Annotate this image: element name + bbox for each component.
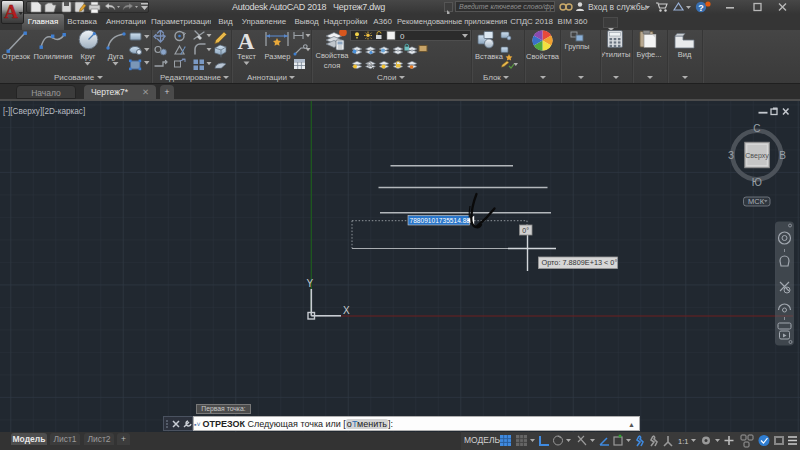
svg-text:А: А [238,30,255,54]
svg-text:A: A [4,1,18,22]
svg-text:Свойства: Свойства [316,51,350,60]
svg-text:Буфе...: Буфе... [636,50,661,59]
svg-text:Орто: 7.8809E+13 < 0°: Орто: 7.8809E+13 < 0° [542,258,618,267]
svg-text:0: 0 [400,32,405,41]
svg-text:X: X [343,305,350,316]
svg-text:МСК: МСК [748,197,765,206]
svg-text:Круг: Круг [81,52,96,61]
svg-text:Вид: Вид [678,50,692,59]
svg-text:Текст: Текст [237,52,256,61]
svg-text:Сверху: Сверху [745,152,769,160]
svg-text:Дуга: Дуга [108,52,125,61]
svg-text:З: З [728,150,734,161]
svg-text:Свойства: Свойства [526,52,560,61]
svg-text:слоя: слоя [324,61,340,70]
svg-text:1:1: 1:1 [678,437,688,446]
svg-text:78809101735514.88: 78809101735514.88 [410,217,471,224]
svg-text:Ю: Ю [752,177,762,188]
svg-text:Группы: Группы [565,42,590,51]
svg-text:С: С [753,123,760,134]
svg-text:Вход в службы: Вход в службы [588,2,647,12]
svg-text:?: ? [698,3,704,13]
svg-text:[-][Сверху][2D-каркас]: [-][Сверху][2D-каркас] [3,107,85,116]
svg-text:В: В [779,150,786,161]
svg-text:Полилиния: Полилиния [34,52,73,61]
svg-text:Утилиты: Утилиты [601,50,631,59]
svg-text:Вставка: Вставка [475,52,504,61]
svg-text:0°: 0° [522,227,529,234]
svg-text:Размер: Размер [265,52,291,61]
svg-text:Отрезок: Отрезок [2,52,31,61]
svg-text:Y: Y [307,278,314,289]
